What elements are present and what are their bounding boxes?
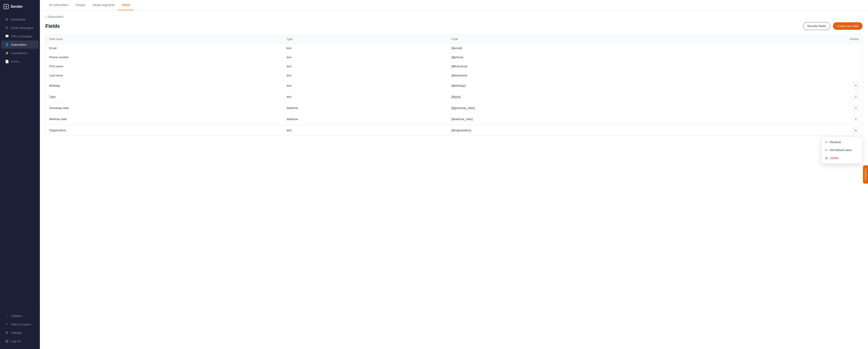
sidebar-item-collapse[interactable]: ← Collapse — [1, 312, 38, 320]
tab-fields[interactable]: Fields — [118, 0, 133, 10]
code-cell: {$phone} — [448, 53, 718, 62]
breadcrumb-text: Subscribers — [48, 15, 64, 19]
tab-saved-segments[interactable]: Saved segments — [89, 0, 118, 10]
table-row: Organizationtext{$organization}▲✏Rename✏… — [45, 125, 862, 136]
sidebar-item-label: Settings — [11, 331, 22, 335]
header-actions: Reorder fields Create new field — [803, 22, 863, 30]
sidebar-item-forms[interactable]: 📄 Forms — [1, 57, 38, 66]
set-default-icon: ✏ — [825, 148, 828, 152]
dashboard-icon: ⊞ — [5, 18, 9, 21]
logout-icon: ⏻ — [5, 339, 9, 343]
col-type: Type — [283, 35, 448, 44]
help-icon: ? — [5, 322, 9, 326]
row-action-button[interactable]: ▾ — [853, 94, 859, 99]
col-field-name: Field name — [45, 35, 283, 44]
dropdown-item-label: Rename — [830, 140, 841, 144]
dropdown-item-set-default[interactable]: ✏Set default value — [822, 146, 862, 154]
app-logo[interactable]: ✉ Sender — [0, 0, 40, 13]
col-code: Code — [448, 35, 718, 44]
row-action-button[interactable]: ▾ — [853, 116, 859, 122]
type-cell: text — [283, 62, 448, 71]
field-name-cell: Giveaway date — [45, 102, 283, 113]
automations-icon: ⚡ — [5, 51, 9, 55]
sms-icon: 💬 — [5, 34, 9, 38]
row-action-button[interactable]: ▲ — [853, 128, 859, 133]
table-row: Typetext{$type}▾ — [45, 91, 862, 102]
sidebar-item-label: Email campaigns — [11, 26, 33, 30]
sidebar-item-subscribers[interactable]: 👤 Subscribers — [1, 40, 38, 49]
sidebar-item-label: Dashboard — [11, 18, 26, 21]
forms-icon: 📄 — [5, 60, 9, 63]
dropdown-item-delete[interactable]: 🗑Delete — [822, 154, 862, 162]
actions-cell: ▾ — [719, 102, 862, 113]
table-header-row: Field name Type Code Actions — [45, 35, 862, 44]
table-row: Phone numbertext{$phone} — [45, 53, 862, 62]
main-content: All subscribers Groups Saved segments Fi… — [40, 0, 868, 349]
type-cell: text — [283, 91, 448, 102]
back-arrow-icon: ‹ — [45, 15, 46, 19]
sidebar-item-automations[interactable]: ⚡ Automations — [1, 49, 38, 57]
actions-cell: ▾ — [719, 91, 862, 102]
field-name-cell: Organization — [45, 125, 283, 136]
feedback-tab[interactable]: Feedback — [863, 165, 868, 184]
field-name-cell: Email — [45, 44, 283, 53]
tabs-bar: All subscribers Groups Saved segments Fi… — [40, 0, 868, 10]
field-name-cell: Last name — [45, 71, 283, 80]
settings-icon: ⚙ — [5, 331, 9, 335]
actions-cell: ▾ — [719, 113, 862, 125]
type-cell: text — [283, 44, 448, 53]
field-name-cell: Birthday — [45, 80, 283, 91]
type-cell: datetime — [283, 102, 448, 113]
sidebar-item-dashboard[interactable]: ⊞ Dashboard — [1, 15, 38, 24]
sidebar-item-settings[interactable]: ⚙ Settings — [1, 328, 38, 337]
dropdown-item-label: Delete — [830, 156, 839, 160]
tab-all-subscribers[interactable]: All subscribers — [45, 0, 72, 10]
type-cell: text — [283, 125, 448, 136]
sidebar-item-logout[interactable]: ⏻ Log out — [1, 337, 38, 345]
dropdown-item-rename[interactable]: ✏Rename — [822, 138, 862, 146]
sidebar-nav: ⊞ Dashboard ✉ Email campaigns 💬 SMS camp… — [0, 13, 40, 309]
sidebar-item-email-campaigns[interactable]: ✉ Email campaigns — [1, 24, 38, 32]
content-area: ‹ Subscribers Fields Reorder fields Crea… — [40, 10, 868, 349]
field-name-cell: Webinar date — [45, 113, 283, 125]
type-cell: text — [283, 71, 448, 80]
code-cell: {$lastname} — [448, 71, 718, 80]
tab-groups[interactable]: Groups — [72, 0, 89, 10]
rename-icon: ✏ — [825, 141, 828, 144]
field-name-cell: First name — [45, 62, 283, 71]
table-row: Giveaway datedatetime{$giveaway_date}▾ — [45, 102, 862, 113]
code-cell: {$organization} — [448, 125, 718, 136]
sidebar-item-label: Forms — [11, 60, 19, 63]
logo-icon: ✉ — [4, 4, 9, 9]
actions-cell — [719, 71, 862, 80]
fields-table: Field name Type Code Actions Emailtext{$… — [45, 35, 863, 136]
reorder-fields-button[interactable]: Reorder fields — [803, 22, 830, 30]
code-cell: {$webinar_date} — [448, 113, 718, 125]
table-row: Emailtext{$email} — [45, 44, 862, 53]
sidebar: ✉ Sender ⊞ Dashboard ✉ Email campaigns 💬… — [0, 0, 40, 349]
field-name-cell: Phone number — [45, 53, 283, 62]
type-cell: text — [283, 80, 448, 91]
table-row: First nametext{$firstname} — [45, 62, 862, 71]
sidebar-item-label: Help & Support — [11, 323, 31, 326]
subscribers-icon: 👤 — [5, 43, 9, 46]
table-row: Birthdaytext{$birthday}▾ — [45, 80, 862, 91]
row-action-button[interactable]: ▾ — [853, 83, 859, 88]
actions-cell: ▾ — [719, 80, 862, 91]
actions-cell — [719, 62, 862, 71]
sidebar-item-help[interactable]: ? Help & Support — [1, 320, 38, 328]
code-cell: {$birthday} — [448, 80, 718, 91]
breadcrumb: ‹ Subscribers — [45, 15, 863, 19]
create-new-field-button[interactable]: Create new field — [833, 22, 863, 30]
sidebar-item-label: Automations — [11, 51, 27, 55]
sidebar-item-label: SMS campaigns — [11, 35, 33, 38]
table-row: Webinar datedatetime{$webinar_date}▾ — [45, 113, 862, 125]
actions-dropdown: ✏Rename✏Set default value🗑Delete — [821, 137, 862, 164]
sidebar-item-sms-campaigns[interactable]: 💬 SMS campaigns — [1, 32, 38, 40]
row-action-button[interactable]: ▾ — [853, 105, 859, 111]
actions-cell — [719, 44, 862, 53]
page-header: Fields Reorder fields Create new field — [45, 22, 863, 30]
sidebar-item-label: Log out — [11, 340, 21, 343]
col-actions: Actions — [719, 35, 862, 44]
sidebar-item-label: Collapse — [11, 314, 23, 318]
